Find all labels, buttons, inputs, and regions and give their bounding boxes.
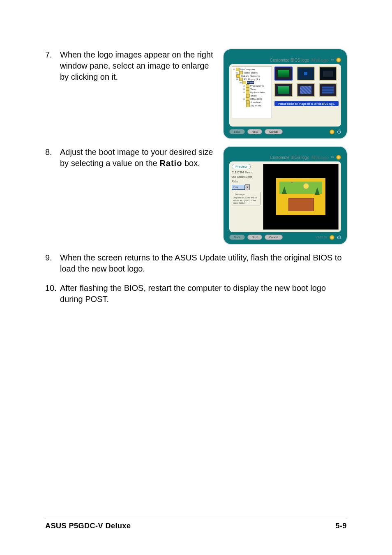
tree-item[interactable]: batch <box>251 94 257 97</box>
ratio-select[interactable]: 75% ▾ <box>232 184 261 190</box>
brand-bar: Customize BIOS logo MyLogo ™ <box>229 154 341 161</box>
message-box: Message Original BIOS file will be saved… <box>232 192 261 205</box>
status-text: Please select an image file to be the BI… <box>274 101 339 106</box>
brand-mylogo: MyLogo <box>311 154 329 161</box>
thumbnail-image[interactable] <box>319 67 337 81</box>
corner-notch-icon <box>227 53 232 58</box>
chevron-down-icon[interactable]: ▾ <box>245 184 250 190</box>
thumbnail-image[interactable] <box>274 67 293 81</box>
brand-small-text: Customize BIOS logo <box>270 58 309 62</box>
trademark-icon: ™ <box>330 58 334 62</box>
svg-point-4 <box>230 151 231 153</box>
step-text-part: box. <box>182 159 200 168</box>
next-button[interactable]: Next <box>247 235 262 240</box>
svg-point-5 <box>228 153 229 154</box>
ratio-value: 75% <box>232 185 245 190</box>
footer-left: ASUS P5GDC-V Deluxe <box>45 522 131 530</box>
step-text: When the screen returns to the ASUS Upda… <box>60 252 347 274</box>
help-icon[interactable] <box>336 58 341 62</box>
button-row: Back Next Cancel V3.08.01 ⏻ <box>229 235 341 240</box>
cancel-button[interactable]: Cancel <box>265 129 283 134</box>
step-9-row: 9. When the screen returns to the ASUS U… <box>45 252 347 274</box>
app-frame: Customize BIOS logo MyLogo ™ ⊟My Compute… <box>224 49 347 138</box>
step-7-row: 7. When the logo images appear on the ri… <box>45 49 347 138</box>
tree-item[interactable]: Web Folders <box>244 71 258 74</box>
step-text-bold: Ratio <box>159 159 182 168</box>
thumbnail-image[interactable] <box>297 67 315 81</box>
app-frame: Customize BIOS logo MyLogo ™ Preview 512… <box>224 147 347 244</box>
power-icon[interactable]: ⏻ <box>337 129 341 134</box>
tree-item[interactable]: My Computer <box>240 68 255 71</box>
thumbnail-image[interactable] <box>319 83 337 97</box>
preview-image: ✦ <box>276 178 325 215</box>
svg-point-0 <box>227 53 229 55</box>
tree-item[interactable]: 3½ Floppy (A:) <box>244 78 260 81</box>
step-number: 8. <box>45 147 60 158</box>
brand-small-text: Customize BIOS logo <box>270 155 309 160</box>
indicator-icon <box>330 129 334 134</box>
step-10-row: 10. After flashing the BIOS, restart the… <box>45 283 347 305</box>
brand-bar: Customize BIOS logo MyLogo ™ <box>229 57 341 63</box>
tree-item[interactable]: download <box>251 101 261 104</box>
tree-item[interactable]: Dial-Up Networks <box>241 75 260 77</box>
step-text: Adjust the boot image to your desired si… <box>60 147 224 169</box>
help-icon[interactable] <box>336 155 341 160</box>
document-page: 7. When the logo images appear on the ri… <box>0 0 392 555</box>
step-number: 9. <box>45 252 60 263</box>
preview-label: Preview <box>232 164 251 169</box>
figure-mylogo-ratio: Customize BIOS logo MyLogo ™ Preview 512… <box>224 147 347 244</box>
footer-rule <box>45 519 347 519</box>
svg-point-2 <box>228 55 229 57</box>
figure-mylogo-select: Customize BIOS logo MyLogo ™ ⊟My Compute… <box>224 49 347 138</box>
tree-item[interactable]: My Installatio <box>250 91 265 94</box>
colormode-text: 256 Colors Mode <box>232 175 261 178</box>
back-button[interactable]: Back <box>229 235 245 240</box>
corner-notch-icon <box>227 150 232 155</box>
back-button[interactable]: Back <box>229 129 245 134</box>
step-text: After flashing the BIOS, restart the com… <box>60 283 347 305</box>
thumbnail-image[interactable] <box>274 83 293 97</box>
step-text: When the logo images appear on the right… <box>60 49 224 83</box>
svg-point-1 <box>230 54 231 55</box>
trademark-icon: ™ <box>330 155 334 160</box>
power-icon[interactable]: ⏻ <box>337 235 341 240</box>
ratio-label: Ratio <box>232 180 261 183</box>
next-button[interactable]: Next <box>247 129 262 134</box>
resolution-text: 512 X 384 Pixels <box>232 171 261 174</box>
message-title: Message <box>235 193 245 196</box>
tree-item[interactable]: Temp <box>250 88 256 90</box>
tree-item[interactable]: Program File <box>250 85 264 87</box>
svg-point-3 <box>227 150 229 152</box>
content-panel: ⊟My Computer ⊞Web Folders Dial-Up Networ… <box>229 64 341 127</box>
indicator-icon <box>330 235 334 240</box>
button-row: Back Next Cancel ⏻ <box>229 129 341 134</box>
folder-tree[interactable]: ⊟My Computer ⊞Web Folders Dial-Up Networ… <box>232 67 272 118</box>
content-panel: Preview 512 X 384 Pixels 256 Colors Mode… <box>229 161 341 232</box>
thumbnail-image[interactable] <box>297 83 315 97</box>
brand-mylogo: MyLogo <box>311 57 329 63</box>
message-body: Original BIOS file will be saved as [*].… <box>233 196 259 204</box>
page-number: 5-9 <box>335 522 347 530</box>
step-number: 7. <box>45 49 60 60</box>
step-8-row: 8. Adjust the boot image to your desired… <box>45 147 347 244</box>
preview-pane: ✦ <box>263 164 339 230</box>
page-footer: ASUS P5GDC-V Deluxe 5-9 <box>45 519 347 530</box>
tree-item-selected[interactable]: Winnt <box>247 81 254 84</box>
cancel-button[interactable]: Cancel <box>265 235 283 240</box>
tree-item[interactable]: My Music <box>251 104 261 107</box>
version-text: V3.08.01 <box>316 236 327 239</box>
side-controls: Preview 512 X 384 Pixels 256 Colors Mode… <box>232 164 261 230</box>
step-number: 10. <box>45 283 60 294</box>
tree-item[interactable]: Office2000 <box>250 98 262 100</box>
thumbnail-grid: Please select an image file to be the BI… <box>274 67 339 124</box>
